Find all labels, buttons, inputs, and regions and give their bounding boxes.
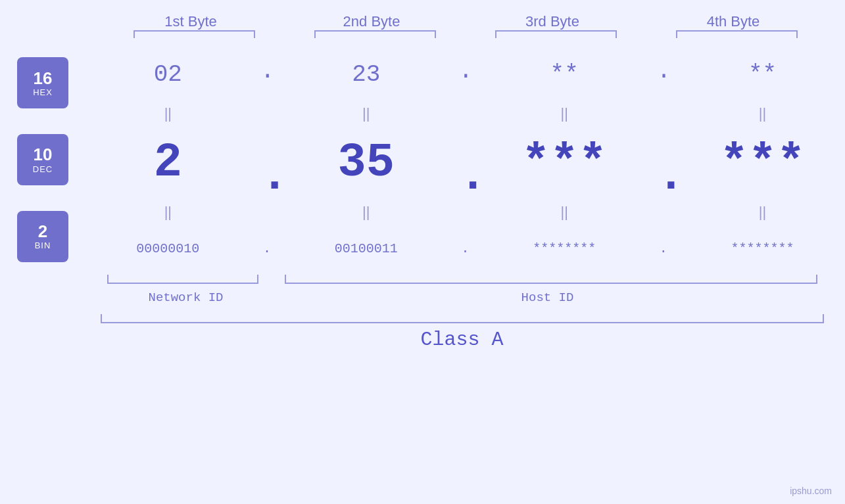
equals1-b4: ||	[690, 105, 835, 122]
dec-dot3: .	[657, 123, 670, 203]
hex-dot2: .	[458, 58, 471, 85]
class-bracket-line	[101, 314, 824, 323]
dec-dot2: .	[458, 123, 471, 203]
equals1-b1: ||	[95, 105, 240, 122]
values-area: 02 . 23 . ** . ** || || || || 2 .	[85, 45, 845, 275]
main-container: 1st Byte 2nd Byte 3rd Byte 4th Byte 16 H…	[0, 0, 845, 504]
bin-b2: 00100011	[294, 241, 439, 256]
dec-row: 2 . 35 . *** . ***	[85, 124, 845, 202]
hex-badge-label: HEX	[33, 87, 53, 97]
bin-dot1: .	[260, 241, 274, 256]
byte1-header: 1st Byte	[112, 13, 270, 30]
dec-badge: 10 DEC	[17, 134, 68, 185]
bracket-b1	[128, 30, 260, 38]
equals2-b4: ||	[690, 204, 835, 221]
network-host-labels: Network ID Host ID	[101, 290, 824, 305]
hex-badge: 16 HEX	[17, 57, 68, 108]
bottom-section: Network ID Host ID Class A	[101, 275, 824, 351]
bracket-line-b4	[676, 30, 798, 38]
dec-b4: ***	[690, 136, 835, 190]
bracket-b3	[490, 30, 621, 38]
bracket-line-b2	[314, 30, 436, 38]
equals2-b1: ||	[95, 204, 240, 221]
hex-dot3: .	[657, 58, 670, 85]
bin-b3: ********	[492, 241, 637, 256]
network-bracket	[107, 275, 258, 284]
dec-badge-number: 10	[34, 145, 53, 164]
bin-b1: 00000010	[95, 241, 240, 256]
bin-badge-label: BIN	[35, 241, 51, 250]
dec-b2: 35	[294, 136, 439, 190]
badges-column: 16 HEX 10 DEC 2 BIN	[0, 45, 85, 275]
hex-b3: **	[492, 61, 637, 88]
bin-row: 00000010 . 00100011 . ******** . *******…	[85, 222, 845, 275]
equals-row2: || || || ||	[85, 202, 845, 222]
byte3-header: 3rd Byte	[473, 13, 631, 30]
watermark: ipshu.com	[790, 486, 832, 496]
dec-b1: 2	[95, 136, 240, 190]
main-area: 16 HEX 10 DEC 2 BIN 02 . 23 . ** . **	[0, 45, 845, 275]
network-host-brackets	[101, 275, 824, 286]
host-bracket	[285, 275, 817, 284]
equals-row1: || || || ||	[85, 104, 845, 124]
dec-b3: ***	[492, 136, 637, 190]
equals1-b2: ||	[294, 105, 439, 122]
bracket-b2	[309, 30, 441, 38]
bracket-line-b1	[133, 30, 255, 38]
equals2-b3: ||	[492, 204, 637, 221]
dec-dot1: .	[260, 123, 274, 203]
hex-b4: **	[690, 61, 835, 88]
dec-badge-label: DEC	[33, 164, 53, 174]
network-id-label: Network ID	[101, 290, 272, 305]
hex-b2: 23	[294, 61, 439, 88]
bin-badge-number: 2	[38, 222, 47, 241]
hex-row: 02 . 23 . ** . **	[85, 45, 845, 104]
equals1-b3: ||	[492, 105, 637, 122]
byte4-header: 4th Byte	[654, 13, 812, 30]
hex-dot1: .	[260, 58, 274, 85]
byte2-header: 2nd Byte	[293, 13, 450, 30]
top-brackets	[104, 30, 827, 38]
class-section: Class A	[101, 314, 824, 351]
bin-dot2: .	[458, 241, 471, 256]
equals2-b2: ||	[294, 204, 439, 221]
host-id-label: Host ID	[272, 290, 824, 305]
bracket-line-b3	[495, 30, 617, 38]
hex-b1: 02	[95, 61, 240, 88]
hex-badge-number: 16	[34, 69, 53, 88]
bracket-b4	[671, 30, 802, 38]
bin-b4: ********	[690, 241, 835, 256]
bin-badge: 2 BIN	[17, 211, 68, 262]
class-label: Class A	[101, 329, 824, 351]
bin-dot3: .	[657, 241, 670, 256]
byte-headers-row: 1st Byte 2nd Byte 3rd Byte 4th Byte	[101, 13, 824, 30]
